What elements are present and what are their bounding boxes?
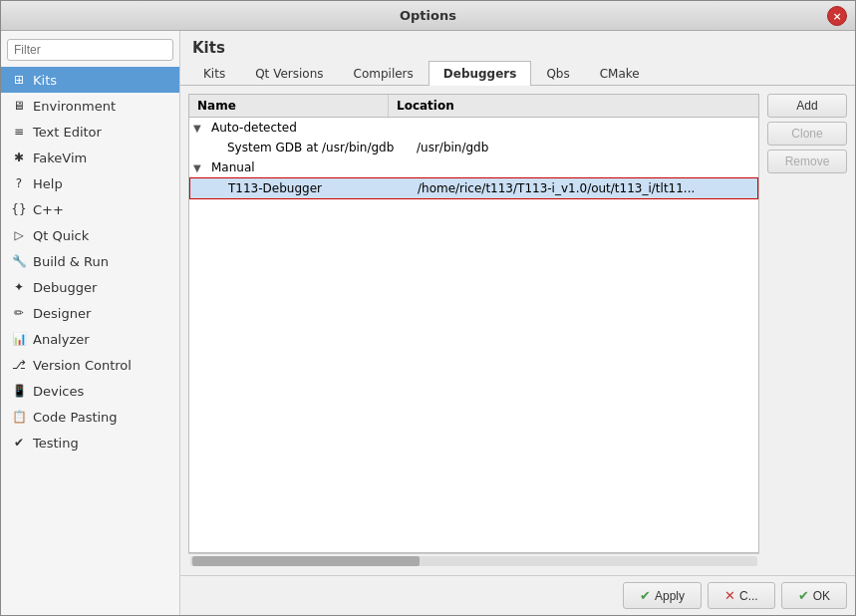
tabs-bar: Kits Qt Versions Compilers Debuggers Qbs… [180,61,855,86]
sidebar-item-label: Text Editor [33,125,102,140]
sidebar-item-label: Help [33,176,63,191]
sidebar-item-label: Version Control [33,358,132,373]
title-bar: Options × [1,1,855,31]
sidebar-item-label: Code Pasting [33,410,118,425]
sidebar-item-label: C++ [33,202,64,217]
environment-icon: 🖥 [11,98,27,114]
fakevim-icon: ✱ [11,150,27,165]
sidebar-item-label: Designer [33,306,91,321]
cancel-label: C... [739,589,758,603]
tab-compilers[interactable]: Compilers [339,61,428,86]
sidebar-item-label: Devices [33,384,84,399]
build-run-icon: 🔧 [11,253,27,269]
sidebar-item-kits[interactable]: ⊞ Kits [1,67,179,93]
close-button[interactable]: × [827,6,847,26]
row-location: /home/rice/t113/T113-i_v1.0/out/t113_i/t… [414,180,753,196]
main-panel: Kits Kits Qt Versions Compilers Debugger… [180,31,855,615]
sidebar-item-code-pasting[interactable]: 📋 Code Pasting [1,404,179,430]
debuggers-table: Name Location ▼ Auto-detected [188,94,759,553]
table-row[interactable]: ▼ Auto-detected [189,118,758,138]
ok-label: OK [813,589,830,603]
designer-icon: ✏ [11,305,27,321]
sidebar-item-analyzer[interactable]: 📊 Analyzer [1,326,179,352]
h-scrollbar-thumb [192,556,420,566]
sidebar-item-label: Kits [33,73,57,88]
action-buttons: Add Clone Remove [767,94,847,567]
main-heading: Kits [180,31,855,61]
row-location: /usr/bin/gdb [413,140,754,155]
row-name: T113-Debugger [224,180,414,196]
sidebar: ⊞ Kits 🖥 Environment ≡ Text Editor ✱ Fak… [1,31,180,615]
sidebar-item-environment[interactable]: 🖥 Environment [1,93,179,119]
table-row-selected[interactable]: T113-Debugger /home/rice/t113/T113-i_v1.… [189,177,758,199]
sidebar-item-fakevim[interactable]: ✱ FakeVim [1,145,179,170]
window-title: Options [400,8,456,23]
expand-arrow: ▼ [193,162,207,173]
filter-input[interactable] [7,39,173,61]
table-row[interactable]: ▼ Manual [189,157,758,177]
tab-debuggers[interactable]: Debuggers [428,61,532,86]
check-icon-ok: ✔ [798,588,809,603]
table-wrapper: Name Location ▼ Auto-detected [188,94,759,567]
tab-qbs[interactable]: Qbs [531,61,584,86]
debugger-icon: ✦ [11,279,27,295]
x-icon: ✕ [724,588,735,603]
kits-icon: ⊞ [11,72,27,88]
check-icon: ✔ [640,588,651,603]
name-column-header: Name [189,95,389,117]
h-scrollbar[interactable] [190,556,757,566]
row-name: Auto-detected [207,120,397,136]
expand-arrow: ▼ [193,123,207,134]
sidebar-item-build-run[interactable]: 🔧 Build & Run [1,248,179,274]
cpp-icon: {} [11,201,27,217]
sidebar-item-devices[interactable]: 📱 Devices [1,378,179,404]
content-area: ⊞ Kits 🖥 Environment ≡ Text Editor ✱ Fak… [1,31,855,615]
clone-button[interactable]: Clone [767,122,847,146]
apply-label: Apply [655,589,685,603]
qt-quick-icon: ▷ [11,227,27,243]
sidebar-item-help[interactable]: ? Help [1,170,179,196]
remove-button[interactable]: Remove [767,150,847,173]
version-control-icon: ⎇ [11,357,27,373]
row-location [397,166,754,168]
sidebar-item-qt-quick[interactable]: ▷ Qt Quick [1,222,179,248]
text-editor-icon: ≡ [11,124,27,140]
help-icon: ? [11,175,27,191]
devices-icon: 📱 [11,383,27,399]
sidebar-item-text-editor[interactable]: ≡ Text Editor [1,119,179,145]
row-location [397,127,754,129]
tab-cmake[interactable]: CMake [585,61,655,86]
testing-icon: ✔ [11,435,27,451]
row-name: Manual [207,159,397,175]
sidebar-item-debugger[interactable]: ✦ Debugger [1,274,179,300]
table-header: Name Location [189,95,758,118]
bottom-bar: ✔ Apply ✕ C... ✔ OK [180,575,855,615]
sidebar-item-label: Build & Run [33,254,109,269]
sidebar-item-label: Qt Quick [33,228,89,243]
tab-kits[interactable]: Kits [188,61,240,86]
sidebar-item-label: Analyzer [33,332,90,347]
cancel-button[interactable]: ✕ C... [708,582,775,609]
add-button[interactable]: Add [767,94,847,118]
sidebar-item-cpp[interactable]: {} C++ [1,196,179,222]
table-body[interactable]: ▼ Auto-detected System GDB at /usr/bin/g… [189,118,758,552]
analyzer-icon: 📊 [11,331,27,347]
tab-qt-versions[interactable]: Qt Versions [240,61,338,86]
ok-button[interactable]: ✔ OK [781,582,847,609]
sidebar-item-designer[interactable]: ✏ Designer [1,300,179,326]
table-row[interactable]: System GDB at /usr/bin/gdb /usr/bin/gdb [189,138,758,157]
sidebar-item-version-control[interactable]: ⎇ Version Control [1,352,179,378]
sidebar-item-label: Environment [33,99,116,114]
sidebar-item-label: FakeVim [33,151,87,165]
sidebar-item-label: Testing [33,436,79,451]
sidebar-item-testing[interactable]: ✔ Testing [1,430,179,456]
table-area: Name Location ▼ Auto-detected [180,86,855,575]
options-window: Options × ⊞ Kits 🖥 Environment ≡ Text Ed… [0,0,856,616]
h-scrollbar-area[interactable] [188,553,759,567]
code-pasting-icon: 📋 [11,409,27,425]
location-column-header: Location [389,95,758,117]
apply-button[interactable]: ✔ Apply [623,582,702,609]
row-name: System GDB at /usr/bin/gdb [223,140,413,155]
sidebar-item-label: Debugger [33,280,97,295]
